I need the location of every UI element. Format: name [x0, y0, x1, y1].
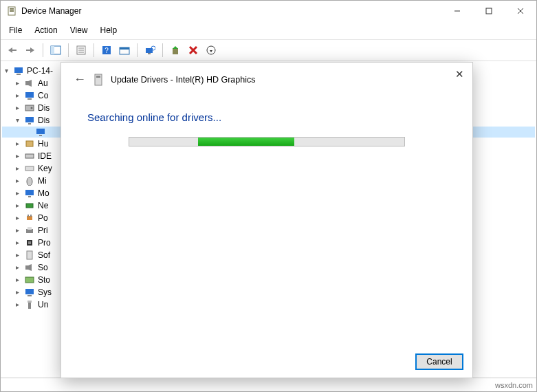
- dialog-close-button[interactable]: ✕: [455, 68, 464, 80]
- caret-icon[interactable]: [13, 286, 21, 298]
- menu-help[interactable]: Help: [95, 23, 123, 38]
- help-button[interactable]: ?: [99, 43, 114, 58]
- toolbar-separator: [68, 43, 69, 57]
- caret-icon[interactable]: [13, 77, 21, 89]
- display-adapter-icon: [35, 127, 46, 138]
- caret-icon[interactable]: [13, 89, 21, 102]
- svg-rect-42: [26, 141, 33, 146]
- menu-action[interactable]: Action: [29, 23, 63, 38]
- svg-rect-20: [120, 47, 129, 50]
- nav-back-button[interactable]: [5, 43, 20, 58]
- cancel-button[interactable]: Cancel: [416, 354, 463, 369]
- svg-point-45: [27, 177, 32, 186]
- usb-icon: [24, 299, 35, 310]
- back-arrow-icon[interactable]: ←: [74, 72, 86, 87]
- uninstall-device-button[interactable]: [186, 43, 201, 58]
- svg-point-37: [31, 107, 33, 109]
- caret-icon[interactable]: [13, 298, 21, 311]
- app-icon: [6, 6, 17, 17]
- svg-marker-29: [210, 50, 212, 52]
- caret-icon[interactable]: [13, 212, 21, 224]
- watermark: wsxdn.com: [495, 381, 533, 389]
- tree-item-label: Ne: [38, 199, 48, 212]
- svg-rect-12: [51, 46, 54, 54]
- action-button[interactable]: [117, 43, 132, 58]
- caret-icon[interactable]: [13, 237, 21, 249]
- monitor-icon: [24, 188, 35, 199]
- svg-rect-53: [28, 227, 32, 230]
- statusbar: [1, 378, 536, 391]
- close-button[interactable]: [505, 1, 536, 21]
- svg-rect-1: [10, 8, 14, 10]
- svg-rect-57: [25, 265, 28, 270]
- svg-rect-31: [17, 74, 21, 75]
- scan-hardware-button[interactable]: [142, 43, 157, 58]
- progress-bar: [129, 137, 405, 146]
- svg-rect-4: [486, 8, 492, 14]
- disable-device-button[interactable]: [204, 43, 219, 58]
- caret-icon[interactable]: [13, 150, 21, 162]
- tree-item-label: Mo: [38, 187, 50, 199]
- caret-icon[interactable]: [13, 114, 21, 127]
- svg-rect-65: [96, 76, 100, 78]
- computer-icon: [24, 90, 35, 101]
- svg-marker-7: [8, 47, 12, 53]
- minimize-button[interactable]: [441, 1, 473, 21]
- svg-rect-61: [28, 295, 32, 296]
- caret-icon[interactable]: [13, 138, 21, 150]
- caret-icon[interactable]: [13, 199, 21, 212]
- properties-button[interactable]: [74, 43, 89, 58]
- svg-rect-10: [26, 50, 30, 51]
- nav-forward-button[interactable]: [23, 43, 38, 58]
- maximize-button[interactable]: [473, 1, 505, 21]
- svg-rect-32: [25, 81, 28, 85]
- caret-icon[interactable]: [2, 65, 10, 77]
- dialog-title: Update Drivers - Intel(R) HD Graphics: [111, 75, 255, 85]
- system-icon: [24, 287, 35, 298]
- tree-item-label: Hu: [38, 138, 48, 150]
- port-icon: [24, 213, 35, 224]
- tree-item-label: Pro: [38, 237, 51, 249]
- toolbar-separator: [137, 43, 138, 57]
- svg-rect-30: [14, 67, 23, 73]
- menu-file[interactable]: File: [3, 23, 28, 38]
- tree-item-label: Co: [38, 89, 48, 102]
- caret-icon[interactable]: [13, 224, 21, 237]
- svg-rect-47: [28, 196, 31, 197]
- svg-rect-34: [25, 92, 34, 98]
- tree-root-label: PC-14-: [27, 65, 53, 77]
- caret-icon[interactable]: [13, 102, 21, 114]
- caret-icon[interactable]: [13, 249, 21, 261]
- disk-icon: [24, 102, 35, 113]
- processor-icon: [24, 237, 35, 248]
- svg-rect-51: [30, 215, 32, 217]
- svg-rect-40: [36, 129, 45, 134]
- caret-icon[interactable]: [13, 187, 21, 199]
- caret-icon[interactable]: [13, 274, 21, 286]
- update-driver-button[interactable]: [168, 43, 183, 58]
- caret-icon[interactable]: [13, 261, 21, 274]
- toolbar-separator: [43, 43, 43, 57]
- menubar: File Action View Help: [1, 21, 536, 40]
- tree-item-label: Dis: [38, 102, 50, 114]
- svg-rect-48: [26, 204, 33, 208]
- searching-text: Searching online for drivers...: [87, 111, 446, 123]
- tree-item-label: Po: [38, 212, 48, 224]
- svg-rect-39: [28, 123, 31, 124]
- menu-view[interactable]: View: [65, 23, 94, 38]
- caret-icon[interactable]: [13, 175, 21, 187]
- svg-rect-2: [10, 10, 14, 12]
- progress-chunk: [198, 138, 294, 146]
- svg-rect-24: [173, 48, 178, 54]
- mouse-icon: [24, 175, 35, 186]
- caret-icon[interactable]: [13, 162, 21, 175]
- show-hide-tree-button[interactable]: [48, 43, 63, 58]
- svg-rect-43: [25, 154, 34, 158]
- svg-rect-62: [28, 302, 31, 309]
- svg-rect-8: [12, 50, 17, 51]
- tree-item-label: Au: [38, 77, 48, 89]
- tree-item-label: Sto: [38, 274, 50, 286]
- titlebar: Device Manager: [1, 1, 536, 21]
- dialog-header: ← Update Drivers - Intel(R) HD Graphics: [61, 63, 472, 91]
- svg-rect-56: [27, 251, 32, 259]
